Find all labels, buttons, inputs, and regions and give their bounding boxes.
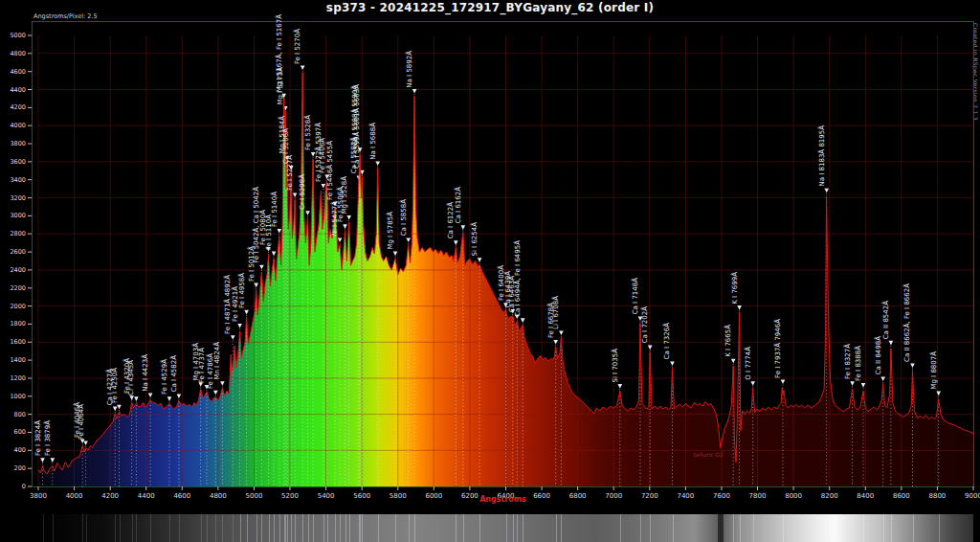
spectrum-strip-image bbox=[38, 514, 973, 542]
strip-line bbox=[302, 514, 303, 542]
y-tick-label: 1000 bbox=[0, 393, 26, 400]
spectral-line-label: K I 7665Å bbox=[724, 325, 733, 357]
strip-line bbox=[378, 514, 379, 542]
strip-line bbox=[274, 514, 275, 542]
spectral-line-label: Ca I 6162Å bbox=[455, 187, 463, 223]
strip-line bbox=[650, 514, 651, 542]
strip-line bbox=[409, 514, 410, 542]
strip-line bbox=[827, 514, 828, 542]
spectral-line-label: Na I 5892Å bbox=[406, 51, 414, 88]
strip-line bbox=[517, 514, 518, 542]
spectral-line-label: Fe I 4064Å bbox=[78, 404, 86, 440]
strip-line bbox=[240, 514, 241, 542]
strip-line bbox=[883, 514, 884, 542]
strip-line bbox=[82, 514, 83, 542]
spectral-line-label: Ca I 4582Å bbox=[170, 355, 179, 392]
rspec-window: sp373 - 20241225_172917_BYGayany_62 (ord… bbox=[0, 0, 980, 542]
y-tick-label: 3200 bbox=[0, 194, 26, 202]
strip-line bbox=[853, 514, 854, 542]
spectral-line-label: Na I 4423Å bbox=[142, 354, 150, 392]
strip-line bbox=[340, 514, 341, 542]
telluric-note: telluric O2 bbox=[694, 451, 724, 458]
strip-line bbox=[215, 514, 216, 542]
telluric-band bbox=[718, 514, 724, 542]
strip-line bbox=[556, 514, 557, 542]
strip-line bbox=[308, 514, 309, 542]
strip-line bbox=[414, 514, 415, 542]
y-tick-label: 3400 bbox=[0, 176, 26, 184]
y-tick-label: 4400 bbox=[0, 86, 26, 94]
spectral-line-label: Si I 7035Å bbox=[612, 349, 620, 383]
spectral-line-label: K I 7699Å bbox=[731, 272, 740, 305]
spectral-line-label: Ca I 5858Å bbox=[400, 199, 409, 236]
strip-line bbox=[513, 514, 514, 542]
spectral-line-label: Mg I 8807Å bbox=[930, 351, 939, 390]
strip-line bbox=[345, 514, 346, 542]
strip-line bbox=[132, 514, 133, 542]
spectral-line-label: Fe I 5270Å bbox=[294, 29, 302, 64]
strip-line bbox=[179, 514, 180, 542]
strip-line bbox=[783, 514, 784, 542]
spectral-line-label: Fe I 3824Å bbox=[34, 420, 43, 456]
strip-line bbox=[733, 514, 734, 542]
strip-line bbox=[169, 514, 170, 542]
strip-line bbox=[261, 514, 262, 542]
strip-line bbox=[740, 514, 741, 542]
y-tick-label: 4800 bbox=[0, 50, 26, 57]
strip-line bbox=[86, 514, 87, 542]
x-axis-label: Angstroms bbox=[32, 495, 974, 504]
strip-line bbox=[295, 514, 296, 542]
strip-line bbox=[233, 514, 234, 542]
strip-line bbox=[150, 514, 151, 542]
spectral-line-label: Ca II 8662Å, Fe I 8662Å bbox=[903, 283, 912, 362]
spectral-line-label: Si I 6254Å bbox=[471, 222, 479, 257]
y-tick-label: 5000 bbox=[0, 32, 26, 39]
spectral-line-label: Mn I 4824Å bbox=[213, 342, 222, 380]
y-tick-label: 2000 bbox=[0, 303, 26, 310]
strip-line bbox=[335, 514, 336, 542]
strip-line bbox=[115, 514, 116, 542]
spectral-line-label: Na I 8183Å 8195Å bbox=[818, 125, 827, 186]
strip-line bbox=[863, 514, 864, 542]
strip-line bbox=[479, 514, 480, 542]
strip-line bbox=[395, 514, 396, 542]
strip-line bbox=[913, 514, 914, 542]
strip-line bbox=[323, 514, 324, 542]
strip-line bbox=[640, 514, 641, 542]
strip-line bbox=[523, 514, 523, 542]
spectral-line-label: Fe I 4529Å bbox=[161, 359, 169, 395]
spectrum-plot-canvas[interactable] bbox=[28, 21, 974, 492]
spectral-line-label: Fe I 4250Å bbox=[111, 368, 120, 403]
spectral-line-label: Li I 6708Å bbox=[552, 296, 561, 329]
strip-line bbox=[349, 514, 350, 542]
spectral-line-label: Ca I 7202Å bbox=[641, 306, 650, 343]
spectral-line-label: Cr I 5298Å bbox=[299, 174, 307, 210]
spectral-line-label: Fe I 8388Å bbox=[855, 346, 863, 381]
spectral-line-label: O I 7774Å bbox=[745, 347, 753, 380]
spectral-line-label: Cr I 4345Å bbox=[127, 360, 136, 395]
strip-line bbox=[287, 514, 288, 542]
y-tick-label: 4000 bbox=[0, 122, 26, 129]
spectral-line-label: Fe I 8327Å bbox=[844, 344, 853, 379]
strip-line bbox=[201, 514, 202, 542]
strip-line bbox=[327, 514, 328, 542]
strip-line bbox=[456, 514, 457, 542]
y-tick-label: 4200 bbox=[0, 103, 26, 111]
spectral-line-label: Ca I 7326Å bbox=[663, 323, 672, 359]
y-tick-label: 0 bbox=[0, 483, 26, 490]
strip-line bbox=[673, 514, 674, 542]
y-tick-label: 1600 bbox=[0, 338, 26, 346]
y-tick-label: 200 bbox=[0, 464, 26, 472]
spectral-line-label: Fe I 5227Å bbox=[286, 155, 295, 191]
y-tick-label: 3600 bbox=[0, 158, 26, 166]
spectral-line-label: Fe I 5446Å 5455Å bbox=[326, 141, 335, 200]
strip-line bbox=[256, 514, 257, 542]
strip-line bbox=[120, 514, 121, 542]
strip-line bbox=[291, 514, 292, 542]
angstroms-per-pixel-label: Angstroms/Pixel: 2.5 bbox=[33, 12, 98, 20]
strip-line bbox=[891, 514, 892, 542]
spectral-line-label: Ca I 5599Å 5601Å 5603Å bbox=[353, 84, 362, 169]
strip-line bbox=[136, 514, 137, 542]
y-tick-label: 800 bbox=[0, 411, 26, 418]
y-tick-label: 400 bbox=[0, 446, 26, 454]
